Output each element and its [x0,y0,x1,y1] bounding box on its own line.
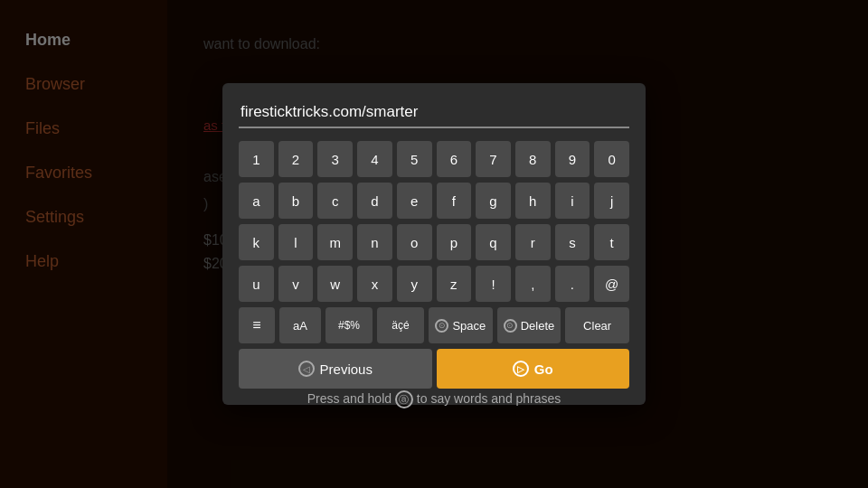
key-t[interactable]: t [594,224,629,260]
key-c[interactable]: c [317,183,353,219]
key-hash[interactable]: #$% [326,307,373,343]
go-icon: ▷ [513,361,529,377]
key-accents[interactable]: äçé [377,307,424,343]
key-z[interactable]: z [437,266,472,302]
key-d[interactable]: d [357,183,392,219]
key-period[interactable]: . [555,266,590,302]
hint-text: Press and hold ⓐ to say words and phrase… [0,390,868,408]
key-layout-icon[interactable]: ≡ [239,307,275,343]
key-k[interactable]: k [239,224,274,260]
key-delete[interactable]: ⊙ Delete [497,307,561,343]
key-y[interactable]: y [397,266,432,302]
key-3[interactable]: 3 [317,141,353,177]
key-7[interactable]: 7 [476,141,511,177]
alpha-row3: u v w x y z ! , . @ [239,266,629,302]
key-l[interactable]: l [278,224,314,260]
alpha-row2: k l m n o p q r s t [239,224,629,260]
previous-icon: ◁ [298,361,315,377]
key-9[interactable]: 9 [555,141,590,177]
key-g[interactable]: g [476,183,511,219]
key-comma[interactable]: , [515,266,551,302]
modal-overlay: 1 2 3 4 5 6 7 8 9 0 a b c d e f g h i j … [0,0,868,488]
key-4[interactable]: 4 [357,141,392,177]
key-n[interactable]: n [357,224,392,260]
key-1[interactable]: 1 [239,141,274,177]
url-input[interactable] [239,99,629,128]
key-aA[interactable]: aA [279,307,321,343]
key-0[interactable]: 0 [594,141,629,177]
key-space[interactable]: ⊙ Space [429,307,493,343]
previous-button[interactable]: ◁ Previous [239,349,432,389]
key-v[interactable]: v [278,266,314,302]
key-i[interactable]: i [555,183,590,219]
key-x[interactable]: x [357,266,392,302]
key-s[interactable]: s [555,224,590,260]
key-r[interactable]: r [515,224,551,260]
hint-icon: ⓐ [395,390,413,408]
url-input-row [239,99,629,128]
key-w[interactable]: w [317,266,353,302]
key-2[interactable]: 2 [278,141,314,177]
key-exclaim[interactable]: ! [476,266,511,302]
go-button[interactable]: ▷ Go [437,349,630,389]
key-u[interactable]: u [239,266,274,302]
key-m[interactable]: m [317,224,353,260]
keyboard-dialog: 1 2 3 4 5 6 7 8 9 0 a b c d e f g h i j … [222,83,646,405]
key-5[interactable]: 5 [397,141,432,177]
key-q[interactable]: q [476,224,511,260]
number-row: 1 2 3 4 5 6 7 8 9 0 [239,141,629,177]
key-o[interactable]: o [397,224,432,260]
alpha-row1: a b c d e f g h i j [239,183,629,219]
bottom-row: ◁ Previous ▷ Go [239,349,629,389]
key-e[interactable]: e [397,183,432,219]
key-a[interactable]: a [239,183,274,219]
key-at[interactable]: @ [594,266,629,302]
key-h[interactable]: h [515,183,551,219]
key-6[interactable]: 6 [437,141,472,177]
key-clear[interactable]: Clear [565,307,629,343]
key-p[interactable]: p [437,224,472,260]
key-b[interactable]: b [278,183,314,219]
key-8[interactable]: 8 [515,141,551,177]
key-j[interactable]: j [594,183,629,219]
key-f[interactable]: f [437,183,472,219]
special-row: ≡ aA #$% äçé ⊙ Space ⊙ Delete Clear [239,307,629,343]
